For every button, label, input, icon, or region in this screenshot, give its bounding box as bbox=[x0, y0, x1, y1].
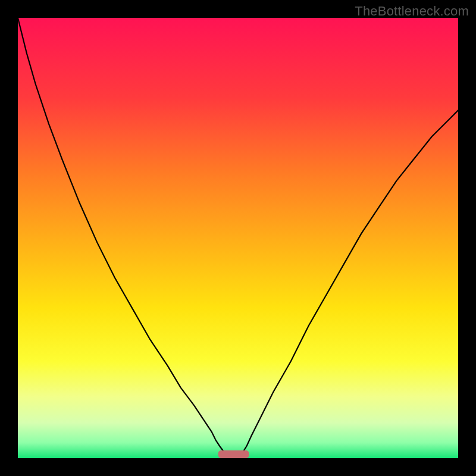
plot-svg bbox=[18, 18, 458, 458]
plot-area bbox=[18, 18, 458, 458]
watermark-text: TheBottleneck.com bbox=[355, 4, 469, 19]
chart-frame: TheBottleneck.com bbox=[0, 0, 476, 476]
bottleneck-marker bbox=[218, 450, 249, 458]
gradient-background bbox=[18, 18, 458, 458]
